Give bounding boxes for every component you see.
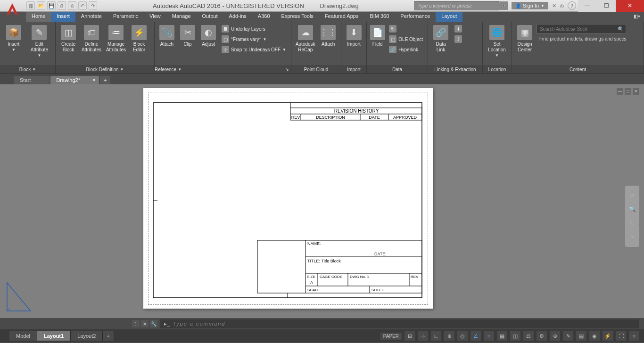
snap-toggle-icon[interactable]: ⊹ — [418, 331, 428, 341]
isolate-objects-icon[interactable]: ◉ — [589, 331, 600, 341]
polar-toggle-icon[interactable]: ⊕ — [444, 331, 454, 341]
clean-screen-icon[interactable]: ⛶ — [616, 331, 626, 341]
minimize-button[interactable]: — — [578, 0, 597, 12]
infocenter-icon[interactable]: 👓 — [499, 1, 508, 10]
exchange-icon[interactable]: ✕ — [552, 3, 556, 9]
hardware-accel-icon[interactable]: ⚡ — [603, 331, 613, 341]
ribbon-tab-output[interactable]: Output — [197, 12, 223, 22]
update-fields-button[interactable]: ↻ — [387, 24, 425, 33]
orbit-icon[interactable]: ↻ — [627, 219, 637, 228]
command-input[interactable]: ▸_ Type a command — [160, 319, 639, 328]
create-block-button[interactable]: ◫Create Block — [58, 24, 78, 53]
tab-layout1[interactable]: Layout1 — [37, 331, 71, 341]
close-button[interactable]: ✕ — [616, 0, 644, 12]
viewport-maximize-icon[interactable]: □ — [625, 88, 631, 95]
viewport-close-icon[interactable]: ✕ — [633, 88, 639, 95]
cmd-customize-icon[interactable]: 🔧 — [150, 320, 157, 327]
help-icon[interactable]: ? — [568, 1, 576, 10]
qat-print-icon[interactable]: ⎙ — [68, 1, 76, 10]
help-search-input[interactable]: Type a keyword or phrase — [414, 1, 499, 10]
annotation-scale-icon[interactable]: ⚖ — [523, 331, 534, 341]
qat-open-icon[interactable]: 📂 — [37, 1, 45, 10]
search-icon[interactable]: 🔍 — [617, 26, 623, 32]
signin-button[interactable]: 👤Sign In▼ — [512, 2, 548, 9]
quick-properties-icon[interactable]: ▤ — [576, 331, 586, 341]
autodesk-seek-input[interactable]: Search Autodesk Seek🔍 — [537, 24, 626, 33]
grid-toggle-icon[interactable]: ⊞ — [405, 331, 415, 341]
close-tab-icon[interactable]: ✕ — [92, 78, 96, 82]
drawing-canvas[interactable]: — □ ✕ REVISION HISTORY REV DESCRIPTION D… — [0, 84, 644, 318]
extract-data-button[interactable]: ⤴ — [453, 34, 464, 44]
viewport-minimize-icon[interactable]: — — [617, 88, 623, 95]
filetab-start[interactable]: Start — [14, 76, 50, 84]
maximize-button[interactable]: ☐ — [597, 0, 616, 12]
adjust-button[interactable]: ◐Adjust — [199, 24, 218, 47]
hyperlink-button[interactable]: 🔗Hyperlink — [387, 45, 425, 54]
underlay-layers-button[interactable]: ≣Underlay Layers — [220, 24, 288, 33]
ribbon-tab-home[interactable]: Home — [26, 12, 51, 22]
manage-attributes-button[interactable]: ≔Manage Attributes — [105, 24, 127, 53]
import-button[interactable]: ⬇Import — [344, 24, 363, 47]
showmotion-icon[interactable]: ▾ — [627, 232, 637, 242]
ribbon-tab-bim360[interactable]: BIM 360 — [364, 12, 395, 22]
space-toggle[interactable]: PAPER — [380, 333, 402, 340]
lineweight-toggle-icon[interactable]: ≡ — [484, 331, 494, 341]
filetab-new[interactable]: + — [100, 76, 110, 84]
otrack-toggle-icon[interactable]: ∠ — [471, 331, 481, 341]
ribbon-tab-manage[interactable]: Manage — [166, 12, 197, 22]
autodesk360-icon[interactable]: ⎋ — [560, 2, 564, 9]
qat-save-icon[interactable]: 💾 — [47, 1, 56, 10]
panel-title-block[interactable]: Block▼ — [0, 65, 55, 74]
navigation-bar[interactable]: ✥ 🔍 ↻ ▾ — [625, 186, 639, 247]
ribbon-tab-a360[interactable]: A360 — [252, 12, 276, 22]
qat-redo-icon[interactable]: ↷ — [89, 1, 97, 10]
dialog-launcher-icon[interactable]: ↘ — [285, 67, 289, 72]
set-location-button[interactable]: 🌐Set Location▼ — [486, 24, 508, 58]
attach-ref-button[interactable]: 📎Attach — [157, 24, 176, 47]
panel-title-blockdef[interactable]: Block Definition▼ — [56, 65, 154, 74]
tab-layout2[interactable]: Layout2 — [71, 331, 103, 341]
units-icon[interactable]: ✎ — [563, 331, 573, 341]
ribbon-overflow-icon[interactable]: ◧▾ — [634, 14, 640, 20]
ribbon-tab-layout[interactable]: Layout — [436, 12, 462, 22]
workspace-icon[interactable]: ⚙ — [537, 331, 547, 341]
ortho-toggle-icon[interactable]: ∟ — [431, 331, 441, 341]
pan-icon[interactable]: ✥ — [627, 191, 637, 200]
qat-saveas-icon[interactable]: ⎙ — [58, 1, 66, 10]
osnap-toggle-icon[interactable]: ◎ — [457, 331, 468, 341]
attach-pointcloud-button[interactable]: ⋮⋮Attach — [318, 24, 338, 47]
qat-new-icon[interactable]: ▥ — [26, 1, 35, 10]
clip-button[interactable]: ✂Clip — [178, 24, 197, 47]
transparency-toggle-icon[interactable]: ▦ — [497, 331, 507, 341]
block-editor-button[interactable]: ⚡Block Editor — [129, 24, 149, 53]
recap-button[interactable]: ☁Autodesk ReCap — [294, 24, 316, 53]
define-attributes-button[interactable]: 🏷Define Attributes — [80, 24, 103, 53]
ole-object-button[interactable]: ◫OLE Object — [387, 34, 425, 44]
tab-add-layout[interactable]: + — [103, 331, 114, 341]
tab-model[interactable]: Model — [9, 331, 37, 341]
ribbon-tab-express[interactable]: Express Tools — [276, 12, 319, 22]
panel-title-reference[interactable]: Reference▼↘ — [155, 65, 291, 74]
data-link-button[interactable]: 🔗Data Link — [431, 24, 451, 53]
ribbon-tab-insert[interactable]: Insert — [51, 12, 75, 22]
zoom-icon[interactable]: 🔍 — [627, 204, 637, 214]
edit-attribute-button[interactable]: ✎Edit Attribute▼ — [26, 24, 52, 58]
cmd-x-icon[interactable]: ✕ — [141, 320, 149, 327]
ribbon-tab-annotate[interactable]: Annotate — [75, 12, 107, 22]
annotation-monitor-icon[interactable]: ⊕ — [550, 331, 560, 341]
snap-underlays-button[interactable]: ⊹Snap to Underlays OFF▼ — [220, 45, 288, 54]
ribbon-tab-performance[interactable]: Performance — [395, 12, 436, 22]
ribbon-tab-featured[interactable]: Featured Apps — [319, 12, 364, 22]
field-button[interactable]: 📄Field — [370, 24, 385, 47]
cmd-close-icon[interactable]: ⋮ — [132, 320, 140, 327]
selection-cycling-icon[interactable]: ◫ — [510, 331, 520, 341]
ribbon-tab-addins[interactable]: Add-ins — [223, 12, 252, 22]
design-center-button[interactable]: ▦Design Center — [515, 24, 535, 53]
download-source-button[interactable]: ⬇ — [453, 24, 464, 33]
filetab-drawing2[interactable]: Drawing2*✕ — [50, 76, 99, 84]
insert-block-button[interactable]: 📦Insert▼ — [3, 24, 25, 53]
frames-button[interactable]: ▢*Frames vary*▼ — [220, 34, 288, 44]
qat-undo-icon[interactable]: ↶ — [78, 1, 87, 10]
app-logo[interactable] — [3, 0, 22, 18]
customization-icon[interactable]: ≡ — [629, 331, 639, 341]
